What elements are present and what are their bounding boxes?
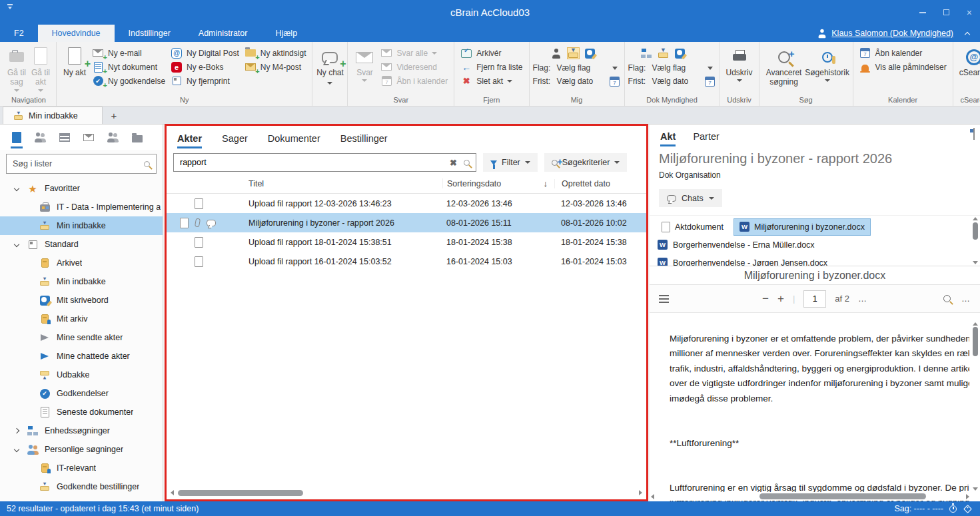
aabn-i-kalender-button[interactable]: 7 Åbn i kalender [378, 74, 450, 88]
vis-paamindelser-button[interactable]: Vis alle påmindelser [857, 60, 949, 74]
org-structure-icon[interactable] [35, 125, 46, 150]
flag-dropdown-icon[interactable] [609, 67, 621, 70]
arkiver-button[interactable]: Arkivér [458, 46, 525, 60]
avanceret-sogning-button[interactable]: Avanceret søgning [763, 44, 805, 87]
nyt-dokument-button[interactable]: + Nyt dokument [89, 60, 168, 74]
attachment-item[interactable]: W Borgerhenvendelse - Jørgen Jensen.docx [656, 254, 968, 266]
ny-fjernprint-button[interactable]: Ny fjernprint [168, 74, 242, 88]
tree-item-godkendte-bestillinger[interactable]: ▼ Godkendte bestillinger [0, 477, 163, 496]
tree-item-mine-chattede-akter[interactable]: Mine chattede akter [0, 347, 163, 366]
current-user-link[interactable]: Klaus Salomon (Dok Myndighed) [831, 29, 953, 38]
desktop-icon[interactable] [674, 48, 686, 59]
zoom-in-icon[interactable]: + [777, 292, 784, 306]
tab-sager[interactable]: Sager [222, 126, 248, 151]
tree-group-enhedssogninger[interactable]: Enhedssøgninger [0, 421, 163, 440]
stopwatch-icon[interactable] [949, 505, 957, 513]
tree-item-udbakke[interactable]: ▼ Udbakke [0, 366, 163, 384]
flag-select[interactable]: Vælg flag [652, 63, 700, 73]
tab-parter[interactable]: Parter [693, 124, 720, 149]
ny-aktindsigt-button[interactable]: + Ny aktindsigt [242, 46, 309, 60]
filter-button[interactable]: Filter [483, 153, 538, 172]
tree-group-personlige-sogninger[interactable]: Personlige søgninger [0, 440, 163, 459]
list-column-header[interactable]: Titel Sorteringsdato ↓ Oprettet dato [167, 174, 646, 194]
tab-akter[interactable]: Akter [177, 126, 202, 151]
tree-item-mit-skrivebord[interactable]: Mit skrivebord [0, 291, 163, 310]
tree-item-it-data[interactable]: IT - Data - Implementering a [0, 198, 163, 216]
tree-group-favoritter[interactable]: ★ Favoritter [0, 179, 163, 198]
frist-calendar-icon[interactable]: 7 [609, 77, 621, 87]
toc-icon[interactable] [659, 295, 669, 303]
svar-button[interactable]: Svar [351, 44, 378, 82]
result-search-input[interactable] [180, 158, 443, 167]
flag-dropdown-icon[interactable] [704, 67, 716, 70]
menu-tab-hjaelp[interactable]: Hjælp [261, 25, 311, 42]
zoom-out-icon[interactable]: − [762, 292, 769, 306]
tree-item-min-indbakke-fav[interactable]: ▼ Min indbakke [0, 216, 163, 235]
tag-icon[interactable] [963, 505, 972, 513]
table-row-selected[interactable]: Miljøforurening i byzoner - rapport 2026… [167, 213, 646, 232]
preview-horizontal-scrollbar[interactable] [651, 492, 969, 501]
rows-list-icon[interactable] [59, 125, 70, 150]
scroll-down-icon[interactable] [973, 261, 978, 264]
collapse-ribbon-icon[interactable] [965, 31, 970, 37]
scroll-right-icon[interactable] [639, 490, 642, 495]
frist-calendar-icon[interactable]: 7 [704, 77, 716, 87]
attachment-aktdokument[interactable]: Aktdokument [656, 219, 729, 235]
scrollbar-thumb[interactable] [973, 222, 978, 240]
tree-item-seneste-dokumenter[interactable]: Seneste dokumenter [0, 403, 163, 421]
sent-mail-icon[interactable] [83, 125, 94, 150]
menu-tab-administrator[interactable]: Administrator [185, 25, 262, 42]
scroll-up-icon[interactable] [973, 217, 978, 220]
svar-alle-button[interactable]: Svar alle [378, 46, 450, 60]
scrollbar-thumb[interactable] [759, 493, 926, 499]
goto-sag-button[interactable]: Gå til sag [5, 44, 29, 92]
tab-min-indbakke[interactable]: ▼ Min indbakke [3, 107, 103, 124]
scroll-right-icon[interactable] [966, 494, 969, 499]
maximize-button[interactable] [943, 9, 949, 15]
frist-select[interactable]: Vælg dato [652, 77, 700, 86]
close-button[interactable]: × [967, 8, 972, 17]
popout-icon[interactable] [973, 129, 975, 139]
menu-tab-f2[interactable]: F2 [0, 25, 38, 42]
column-oprettet-dato[interactable]: Oprettet dato [554, 179, 646, 188]
flag-select[interactable]: Vælg flag [557, 63, 605, 73]
document-preview[interactable]: Miljøforurening i byzoner er et omfatten… [650, 321, 980, 501]
ny-digital-post-button[interactable]: @ Ny Digital Post [168, 46, 242, 60]
frist-select[interactable]: Vælg dato [557, 77, 605, 86]
ny-akt-button[interactable]: + Ny akt [60, 44, 89, 77]
tab-dokumenter[interactable]: Dokumenter [268, 126, 320, 151]
list-horizontal-scrollbar[interactable] [171, 488, 642, 497]
tree-item-it-relevant[interactable]: IT-relevant [0, 459, 163, 477]
fjern-fra-liste-button[interactable]: ← Fjern fra liste [458, 60, 525, 74]
tree-group-standard[interactable]: Standard [0, 235, 163, 254]
preview-vertical-scrollbar[interactable] [971, 322, 979, 491]
tree-item-arkivet[interactable]: Arkivet [0, 254, 163, 272]
sogehistorik-button[interactable]: Søgehistorik [805, 44, 849, 82]
desktop-icon[interactable] [584, 48, 596, 59]
tab-akt[interactable]: Akt [660, 124, 676, 149]
person-icon[interactable] [550, 48, 562, 59]
attachment-scrollbar[interactable] [971, 217, 979, 264]
menu-tab-indstillinger[interactable]: Indstillinger [115, 25, 185, 42]
ny-eboks-button[interactable]: e Ny e-Boks [168, 60, 242, 74]
table-row[interactable]: Upload fil rapport 12-03-2026 13:46:23 1… [167, 194, 646, 213]
more-pages-icon[interactable]: … [858, 294, 867, 304]
aabn-kalender-button[interactable]: 7 Åbn kalender [857, 46, 949, 60]
inbox-toggle-icon[interactable]: ▼ [568, 48, 579, 59]
sidebar-search[interactable] [6, 154, 157, 174]
scroll-left-icon[interactable] [651, 494, 654, 499]
ny-godkendelse-button[interactable]: ✔+ Ny godkendelse [89, 74, 168, 88]
lists-akter-icon[interactable] [12, 125, 21, 150]
result-search-box[interactable]: ✖ [173, 153, 476, 172]
tab-bestillinger[interactable]: Bestillinger [340, 126, 388, 151]
quick-access-icon[interactable] [7, 4, 13, 11]
scroll-left-icon[interactable] [171, 490, 174, 495]
inbox-icon[interactable]: ▼ [658, 48, 669, 59]
org-unit-icon[interactable] [640, 48, 652, 59]
column-sorteringsdato[interactable]: Sorteringsdato ↓ [442, 178, 554, 188]
column-titel[interactable]: Titel [243, 179, 442, 188]
ny-email-button[interactable]: + Ny e-mail [89, 46, 168, 60]
ny-m4-post-button[interactable]: + Ny M4-post [242, 60, 309, 74]
chevron-down-icon[interactable] [13, 242, 19, 247]
folders-icon[interactable] [132, 125, 143, 150]
